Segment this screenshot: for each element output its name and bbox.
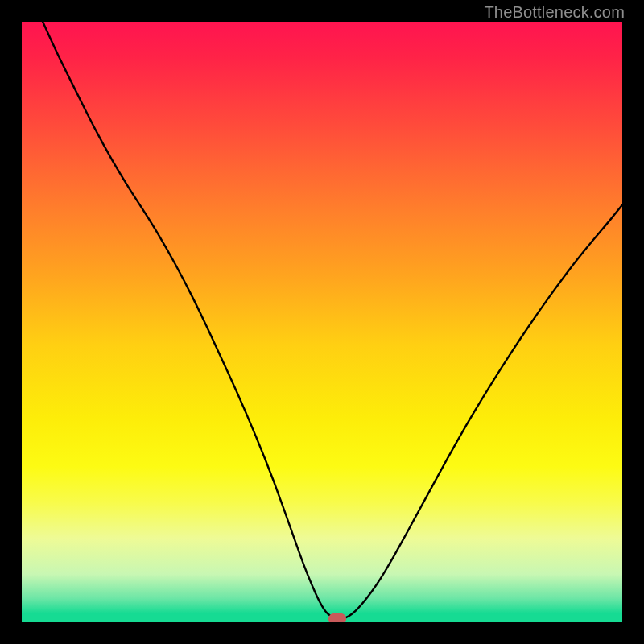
bottleneck-curve xyxy=(22,22,622,622)
chart-stage: TheBottleneck.com xyxy=(0,0,644,644)
plot-area xyxy=(22,22,622,622)
watermark-text: TheBottleneck.com xyxy=(484,3,625,22)
bottleneck-marker xyxy=(328,613,346,622)
